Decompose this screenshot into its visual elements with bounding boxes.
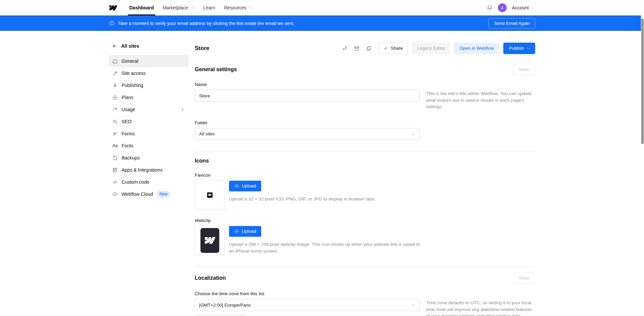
nav-right: J. Account [487, 3, 535, 12]
top-nav: DashboardMarketplaceLearnResources J. Ac… [0, 0, 644, 15]
avatar[interactable]: J. [498, 3, 507, 12]
nav-item-dashboard[interactable]: Dashboard [125, 0, 158, 15]
nav-item-marketplace[interactable]: Marketplace [158, 0, 199, 15]
settings-sidebar: All sites GeneralSite accessPublishingPl… [109, 42, 189, 200]
folder-select[interactable]: All sites [195, 128, 420, 140]
scrollbar[interactable] [641, 19, 644, 144]
chevron-down-icon [248, 6, 253, 10]
upgrade-icon [112, 95, 118, 100]
divider [195, 267, 535, 267]
sidebar-item-label: Forms [122, 131, 135, 136]
back-to-all-sites[interactable]: All sites [109, 42, 189, 50]
favicon-label: Favicon [195, 173, 535, 178]
favicon-upload-button[interactable]: Upload [229, 181, 261, 191]
info-icon [109, 20, 114, 26]
save-button[interactable]: Save [513, 272, 535, 284]
webclip-preview [195, 226, 225, 255]
page-body: All sites GeneralSite accessPublishingPl… [109, 31, 535, 316]
icons-section: Icons Favicon Upload Upload a 32 × 32 pi… [195, 158, 535, 255]
site-toolbar [340, 44, 374, 53]
transfer-site-button[interactable] [340, 44, 350, 53]
nav-item-label: Learn [203, 5, 215, 10]
sidebar-item-forms[interactable]: Forms [109, 128, 189, 140]
account-label: Account [512, 5, 529, 10]
banner-message: Take a moment to verify your email addre… [118, 21, 294, 26]
sidebar-item-fonts[interactable]: AaFonts [109, 140, 189, 152]
home-icon [112, 58, 118, 64]
sidebar-item-backups[interactable]: Backups [109, 152, 189, 164]
folder-select-value: All sites [199, 131, 215, 136]
sidebar-nav: GeneralSite accessPublishingPlansUsageSE… [109, 55, 189, 200]
primary-nav: DashboardMarketplaceLearnResources [125, 0, 257, 15]
sidebar-item-seo[interactable]: SEO [109, 116, 189, 128]
sidebar-item-webflow-cloud[interactable]: Webflow CloudNew [109, 188, 189, 200]
key-icon [112, 71, 118, 76]
name-label: Name [195, 82, 535, 87]
sidebar-item-plans[interactable]: Plans [109, 91, 189, 103]
bell-icon [487, 5, 493, 11]
sidebar-item-label: Apps & Integrations [122, 167, 163, 173]
account-menu[interactable]: Account [512, 5, 535, 10]
forms-icon [112, 131, 118, 137]
timezone-select-value: [GMT+2:00] Europe/Paris [199, 303, 250, 308]
upload-cloud-icon [234, 183, 239, 189]
timezone-help-text: Time zone defaults to UTC, so setting it… [426, 299, 535, 316]
timezone-select[interactable]: [GMT+2:00] Europe/Paris [195, 299, 420, 311]
sidebar-item-custom-code[interactable]: Custom code [109, 176, 189, 188]
webflow-logo-icon [204, 237, 216, 244]
save-button[interactable]: Save [513, 64, 535, 75]
notifications-button[interactable] [487, 5, 493, 11]
nav-item-learn[interactable]: Learn [199, 0, 220, 15]
sidebar-item-label: Fonts [122, 143, 133, 148]
send-email-again-button[interactable]: Send Email Again [489, 18, 535, 29]
webflow-logo-icon [109, 5, 118, 11]
sidebar-item-label: Custom code [122, 179, 149, 185]
duplicate-icon [366, 45, 372, 52]
page-title: Store [195, 45, 209, 52]
site-name-input[interactable] [195, 90, 420, 102]
localization-section: Localization Save Choose the time zone f… [195, 272, 535, 316]
sidebar-item-label: Backups [122, 155, 140, 161]
open-in-webflow-button[interactable]: Open in Webflow [454, 43, 499, 54]
upload-label: Upload [242, 183, 256, 189]
header-buttons: Share Legacy Editor Open in Webflow Publ… [378, 43, 535, 54]
webclip-image [200, 228, 219, 253]
chevron-down-icon [411, 303, 415, 307]
sidebar-item-apps-integrations[interactable]: Apps & Integrations [109, 164, 189, 176]
transfer-icon [341, 45, 348, 52]
publish-button[interactable]: Publish [503, 43, 535, 54]
nav-item-label: Resources [224, 5, 246, 10]
nav-item-resources[interactable]: Resources [220, 0, 257, 15]
sidebar-item-publishing[interactable]: Publishing [109, 79, 189, 91]
webflow-logo[interactable] [109, 5, 118, 11]
sidebar-item-label: Site access [122, 71, 146, 76]
webclip-help-text: Upload a 256 × 256 pixel webclip image. … [229, 241, 420, 255]
upload-cloud-icon [234, 229, 239, 234]
chevron-right-icon [180, 107, 185, 112]
fonts-icon: Aa [112, 143, 118, 148]
favicon-help-text: Upload a 32 × 32 pixel ICO, PNG, GIF, or… [229, 196, 376, 202]
arrow-left-icon [112, 43, 118, 49]
duplicate-site-button[interactable] [364, 44, 374, 53]
general-settings-heading: General settings [195, 66, 237, 73]
share-button[interactable]: Share [378, 43, 408, 54]
scrollbar-track [641, 15, 644, 316]
archive-site-button[interactable] [352, 44, 362, 53]
code-icon [112, 179, 118, 185]
new-badge: New [157, 191, 170, 197]
legacy-editor-button[interactable]: Legacy Editor [412, 43, 450, 54]
sidebar-item-label: Plans [122, 95, 133, 100]
sidebar-item-site-access[interactable]: Site access [109, 67, 189, 79]
archive-icon [354, 45, 360, 52]
general-settings-section: General settings Save Name This is the s… [195, 64, 535, 140]
search-icon [112, 119, 118, 125]
gauge-icon [112, 107, 118, 112]
upload-label: Upload [242, 229, 256, 234]
chevron-down-icon [526, 46, 531, 51]
share-label: Share [391, 46, 403, 51]
sidebar-item-label: Webflow Cloud [122, 191, 153, 197]
cloud-icon [112, 191, 118, 197]
sidebar-item-usage[interactable]: Usage [109, 103, 189, 116]
webclip-upload-button[interactable]: Upload [229, 226, 261, 237]
sidebar-item-general[interactable]: General [109, 55, 189, 67]
